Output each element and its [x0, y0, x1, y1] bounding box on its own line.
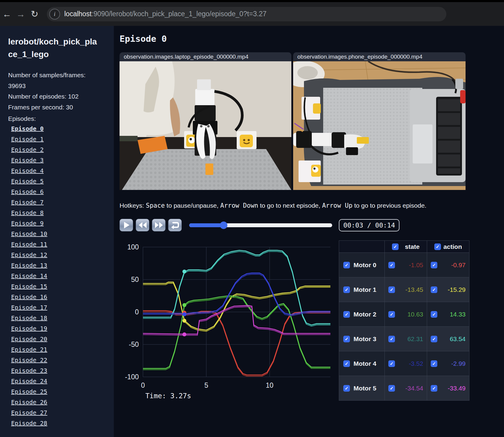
episode-link-episode-13[interactable]: Episode 13: [11, 262, 114, 269]
checkbox[interactable]: ✓: [343, 286, 350, 293]
episode-link-episode-12[interactable]: Episode 12: [11, 251, 114, 258]
checkbox[interactable]: ✓: [388, 286, 395, 293]
play-button[interactable]: [120, 219, 133, 231]
hotkey-key: Space: [146, 202, 165, 209]
checkbox[interactable]: ✓: [343, 336, 350, 342]
address-bar[interactable]: i localhost:9090/lerobot/koch_pick_place…: [47, 7, 446, 21]
seek-slider[interactable]: [189, 223, 332, 227]
header-empty: [339, 241, 385, 253]
svg-text:100: 100: [127, 243, 139, 251]
stat-line: Frames per second: 30: [8, 102, 89, 113]
video-phone[interactable]: [293, 61, 466, 190]
episode-link-episode-11[interactable]: Episode 11: [11, 241, 114, 248]
checkbox[interactable]: ✓: [431, 385, 437, 392]
action-value: -2.99: [451, 360, 466, 367]
checkbox[interactable]: ✓: [431, 262, 437, 268]
episode-link-episode-23[interactable]: Episode 23: [11, 367, 114, 374]
checkbox[interactable]: ✓: [343, 360, 350, 367]
state-header-label: state: [405, 243, 420, 250]
video-title-phone: observation.images.phone_episode_000000.…: [293, 52, 466, 61]
video-laptop[interactable]: [120, 61, 291, 190]
checkbox[interactable]: ✓: [431, 360, 437, 367]
motor-name: Motor 1: [354, 286, 376, 293]
back-icon[interactable]: ←: [0, 9, 14, 19]
seek-thumb[interactable]: [220, 222, 227, 229]
checkbox[interactable]: ✓: [431, 286, 437, 293]
checkbox[interactable]: ✓: [388, 385, 395, 392]
episode-link-episode-27[interactable]: Episode 27: [11, 409, 114, 416]
episode-link-episode-16[interactable]: Episode 16: [11, 293, 114, 301]
stat-line: Number of episodes: 102: [8, 91, 89, 102]
episode-link-episode-10[interactable]: Episode 10: [11, 230, 114, 237]
motor-name: Motor 3: [354, 335, 376, 343]
episode-list: Episode 0Episode 1Episode 2Episode 3Epis…: [8, 125, 114, 427]
episode-link-episode-4[interactable]: Episode 4: [11, 167, 114, 174]
episode-link-episode-6[interactable]: Episode 6: [11, 188, 114, 195]
episode-link-episode-28[interactable]: Episode 28: [11, 420, 114, 427]
hotkey-key: Arrow Down: [220, 202, 258, 209]
checkbox[interactable]: ✓: [388, 311, 395, 318]
episode-link-episode-20[interactable]: Episode 20: [11, 335, 114, 343]
state-value: 10.63: [407, 311, 423, 318]
fast-forward-icon: [155, 222, 163, 228]
episode-link-episode-22[interactable]: Episode 22: [11, 356, 114, 364]
hotkey-text: to pause/unpause,: [165, 202, 220, 209]
svg-text:0: 0: [135, 308, 139, 316]
forward-icon[interactable]: →: [14, 9, 28, 19]
episode-link-episode-15[interactable]: Episode 15: [11, 283, 114, 290]
checkbox[interactable]: ✓: [388, 262, 395, 268]
episode-link-episode-19[interactable]: Episode 19: [11, 325, 114, 332]
state-value: -1.05: [409, 261, 423, 269]
reload-icon[interactable]: ↻: [28, 9, 41, 19]
table-row: ✓Motor 0✓-1.05✓-0.97: [339, 253, 469, 277]
checkbox[interactable]: ✓: [343, 262, 350, 268]
checkbox[interactable]: ✓: [343, 385, 350, 392]
action-column-checkbox[interactable]: ✓: [434, 243, 441, 250]
checkbox[interactable]: ✓: [431, 336, 437, 342]
episode-link-episode-17[interactable]: Episode 17: [11, 304, 114, 311]
video-panel-phone[interactable]: observation.images.phone_episode_000000.…: [293, 52, 466, 190]
episode-link-episode-21[interactable]: Episode 21: [11, 346, 114, 353]
checkbox[interactable]: ✓: [388, 360, 395, 367]
episode-link-episode-26[interactable]: Episode 26: [11, 399, 114, 406]
checkbox[interactable]: ✓: [388, 336, 395, 342]
video-panel-laptop[interactable]: observation.images.laptop_episode_000000…: [120, 52, 291, 190]
action-value: -0.97: [451, 261, 466, 269]
episode-link-episode-14[interactable]: Episode 14: [11, 272, 114, 280]
episode-link-episode-25[interactable]: Episode 25: [11, 388, 114, 395]
episode-link-episode-3[interactable]: Episode 3: [11, 157, 114, 164]
state-value: -13.45: [405, 286, 423, 293]
time-display: 00:03 / 00:14: [339, 219, 399, 231]
episode-link-episode-7[interactable]: Episode 7: [11, 199, 114, 206]
video-phone-frame: [293, 61, 466, 190]
episode-link-episode-24[interactable]: Episode 24: [11, 377, 114, 385]
video-title-laptop: observation.images.laptop_episode_000000…: [120, 52, 291, 61]
state-column-checkbox[interactable]: ✓: [392, 243, 399, 250]
loop-button[interactable]: [168, 219, 182, 231]
checkbox[interactable]: ✓: [431, 311, 437, 318]
chart: 100500-50-1000510 Time: 3.27s: [120, 239, 335, 401]
state-value: -3.52: [409, 360, 423, 367]
svg-text:50: 50: [131, 276, 139, 283]
site-info-icon[interactable]: i: [49, 9, 60, 20]
action-value: 63.54: [450, 335, 466, 343]
episode-link-episode-5[interactable]: Episode 5: [11, 178, 114, 185]
motor-name: Motor 2: [354, 311, 376, 318]
episode-link-episode-2[interactable]: Episode 2: [11, 146, 114, 153]
playback-controls: 00:03 / 00:14: [120, 219, 504, 231]
motor-name: Motor 5: [354, 385, 376, 392]
episode-link-episode-9[interactable]: Episode 9: [11, 220, 114, 227]
fast-forward-button[interactable]: [152, 219, 165, 231]
episode-link-episode-18[interactable]: Episode 18: [11, 314, 114, 322]
checkbox[interactable]: ✓: [343, 311, 350, 318]
rewind-button[interactable]: [136, 219, 149, 231]
episode-link-episode-8[interactable]: Episode 8: [11, 209, 114, 216]
action-value: 14.33: [450, 311, 466, 318]
svg-text:10: 10: [266, 381, 274, 389]
motor-chart: 100500-50-1000510: [120, 239, 335, 389]
browser-toolbar: ← → ↻ i localhost:9090/lerobot/koch_pick…: [0, 0, 504, 26]
episode-link-episode-1[interactable]: Episode 1: [11, 136, 114, 143]
episode-link-episode-0[interactable]: Episode 0: [11, 125, 114, 132]
hotkey-text: to go to previous episode.: [352, 202, 426, 209]
sidebar: lerobot/koch_pick_place_1_lego Number of…: [0, 26, 114, 437]
